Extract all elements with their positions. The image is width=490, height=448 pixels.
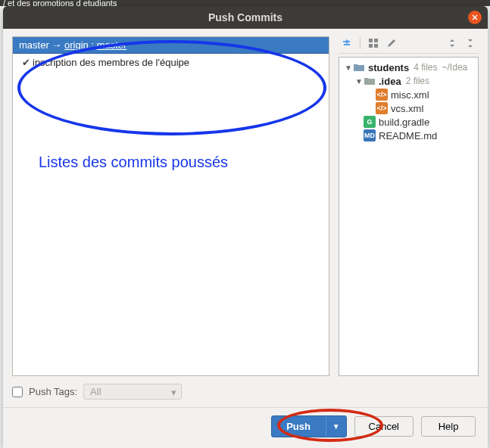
markdown-icon: MD — [364, 129, 376, 142]
gradle-icon: G — [364, 116, 376, 128]
dialog-title: Push Commits — [208, 11, 282, 23]
help-button[interactable]: Help — [421, 416, 476, 437]
tree-file-gradle[interactable]: G build.gradle — [341, 115, 476, 129]
separator — [3, 407, 488, 408]
remote-branch-link[interactable]: master — [97, 39, 127, 51]
tree-node-idea[interactable]: ▼ .idea 2 files — [341, 74, 476, 88]
tree-idea-name: .idea — [379, 76, 401, 87]
title-bar: Push Commits — [3, 6, 488, 29]
close-button[interactable] — [468, 11, 482, 24]
collapse-icon[interactable] — [463, 36, 477, 50]
background-decor: / et des promotions d etudiants — [0, 0, 490, 6]
folder-icon — [364, 75, 376, 87]
tree-file-readme[interactable]: MD README.md — [341, 129, 476, 142]
branch-row[interactable]: master → origin : master — [13, 37, 329, 54]
tree-node-root[interactable]: ▼ students 4 files ~/Idea — [341, 61, 476, 74]
remote-link[interactable]: origin — [64, 39, 89, 51]
files-tree[interactable]: ▼ students 4 files ~/Idea ▼ .idea 2 file… — [339, 57, 479, 376]
tree-file-vcs[interactable]: </> vcs.xml — [341, 101, 476, 115]
local-branch: master — [19, 39, 49, 51]
xml-icon: </> — [376, 89, 388, 101]
push-tags-checkbox[interactable] — [12, 387, 23, 397]
push-tags-select[interactable]: All — [83, 384, 182, 400]
push-button[interactable]: Push ▼ — [271, 415, 347, 437]
close-icon — [472, 14, 478, 20]
tutorial-annotation-text: Listes des commits poussés — [39, 154, 228, 171]
files-toolbar — [339, 36, 479, 54]
caret-down-icon[interactable]: ▼ — [344, 64, 353, 72]
folder-icon — [353, 61, 365, 73]
svg-rect-4 — [374, 39, 378, 42]
commit-row[interactable]: ✔ inscription des membres de l'équipe — [13, 54, 329, 71]
caret-down-icon[interactable]: ▼ — [354, 77, 364, 86]
cancel-button[interactable]: Cancel — [354, 416, 414, 437]
refresh-icon[interactable] — [340, 36, 354, 50]
edit-icon[interactable] — [385, 36, 398, 50]
button-row: Push ▼ Cancel Help — [12, 415, 479, 439]
commit-message: inscription des membres de l'équipe — [33, 57, 189, 68]
svg-rect-5 — [369, 44, 373, 48]
push-commits-dialog: Push Commits master → origin : master ✔ … — [3, 6, 488, 448]
commits-pane[interactable]: master → origin : master ✔ inscription d… — [12, 36, 329, 376]
tree-file-misc[interactable]: </> misc.xml — [341, 88, 476, 101]
files-pane: ▼ students 4 files ~/Idea ▼ .idea 2 file… — [339, 36, 479, 376]
push-tags-label: Push Tags: — [29, 386, 77, 397]
push-dropdown-icon[interactable]: ▼ — [326, 416, 346, 437]
push-tags-row: Push Tags: All — [12, 384, 479, 400]
group-icon[interactable] — [367, 36, 380, 50]
main-row: master → origin : master ✔ inscription d… — [12, 36, 479, 376]
commit-check-icon: ✔ — [19, 57, 33, 68]
expand-icon[interactable] — [445, 36, 459, 50]
tree-root-name: students — [368, 62, 409, 73]
svg-marker-0 — [346, 39, 351, 44]
svg-rect-6 — [374, 44, 378, 48]
xml-icon: </> — [376, 102, 388, 114]
dialog-content: master → origin : master ✔ inscription d… — [3, 29, 488, 448]
svg-rect-3 — [369, 39, 373, 42]
